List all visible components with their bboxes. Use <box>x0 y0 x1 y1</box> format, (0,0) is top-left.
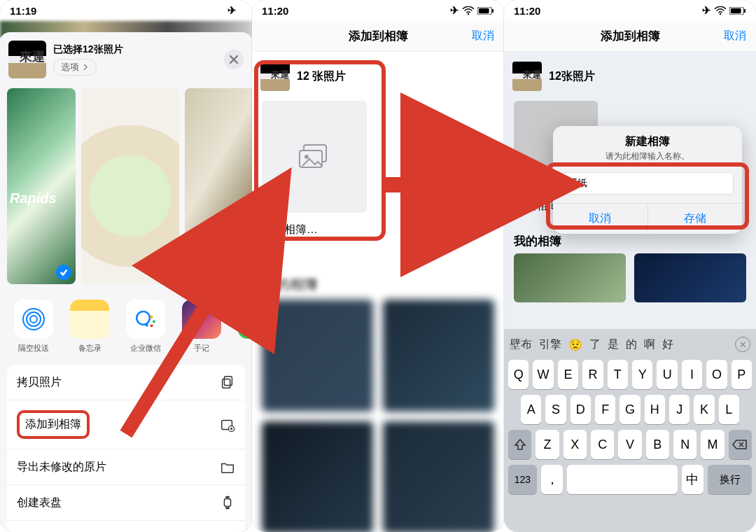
app-wecom[interactable]: 企业微信 <box>125 300 167 354</box>
key-w[interactable]: W <box>533 360 553 389</box>
key-u[interactable]: U <box>657 360 677 389</box>
checkmark-icon <box>242 265 252 280</box>
selection-title: 已选择12张照片 <box>53 43 217 56</box>
suggestion[interactable]: 了 <box>589 337 601 352</box>
key-c[interactable]: C <box>591 430 614 459</box>
new-album-dialog: 新建相簿 请为此相簿输入名称。 壁纸 取消 存储 <box>553 126 742 234</box>
status-bar: 11:20 ✈︎ <box>252 0 504 21</box>
key-m[interactable]: M <box>701 430 724 459</box>
album-tile[interactable] <box>262 300 373 412</box>
new-album-tile[interactable] <box>262 101 367 213</box>
svg-rect-17 <box>225 496 230 498</box>
key-y[interactable]: Y <box>632 360 652 389</box>
key-j[interactable]: J <box>669 395 690 424</box>
svg-point-5 <box>27 312 41 326</box>
status-time: 11:20 <box>514 5 540 17</box>
key-d[interactable]: D <box>570 395 591 424</box>
album-tile[interactable] <box>262 421 373 532</box>
key-r[interactable]: R <box>582 360 603 389</box>
airplane-icon: ✈︎ <box>702 4 711 17</box>
app-notes[interactable]: 备忘录 <box>69 300 111 354</box>
album-tile[interactable] <box>383 300 494 412</box>
keyboard[interactable]: 壁布 引擎 😟 了 是 的 啊 好 ✕ QWERTYUIOP ASDFGHJKL… <box>504 329 756 532</box>
key-f[interactable]: F <box>595 395 615 424</box>
suggestion[interactable]: 好 <box>662 337 673 352</box>
key-i[interactable]: I <box>682 360 702 389</box>
cancel-button[interactable]: 取消 <box>724 29 746 43</box>
numbers-key[interactable]: 123 <box>508 465 537 494</box>
share-apps-row[interactable]: 隔空投送 备忘录 企业微信 手记 <box>0 290 252 359</box>
app-airdrop[interactable]: 隔空投送 <box>13 300 55 354</box>
status-bar: 11:20 ✈︎ <box>504 0 756 21</box>
key-x[interactable]: X <box>564 430 587 459</box>
backspace-key[interactable] <box>729 430 752 459</box>
suggestion[interactable]: 是 <box>608 337 619 352</box>
nav-title: 添加到相簿 <box>601 28 660 44</box>
key-q[interactable]: Q <box>508 360 528 389</box>
key-k[interactable]: K <box>694 395 714 424</box>
status-time: 11:20 <box>262 5 288 17</box>
share-sheet: 已选择12张照片 选项 Rapids <box>0 32 252 532</box>
action-export-original[interactable]: 导出未修改的原片 <box>7 449 245 484</box>
key-v[interactable]: V <box>618 430 641 459</box>
suggestion[interactable]: 的 <box>626 337 637 352</box>
nav-bar: 添加到相簿 取消 <box>504 21 756 52</box>
key-g[interactable]: G <box>620 395 640 424</box>
svg-rect-32 <box>744 8 746 13</box>
return-key[interactable]: 换行 <box>708 465 752 494</box>
svg-rect-16 <box>224 499 230 507</box>
app-more[interactable] <box>237 300 252 354</box>
key-o[interactable]: O <box>706 360 727 389</box>
wifi-icon <box>714 6 727 15</box>
selected-photos-row[interactable]: Rapids <box>0 83 252 290</box>
app-journal[interactable]: 手记 <box>181 300 223 354</box>
selection-count: 12 张照片 <box>297 69 346 84</box>
svg-point-11 <box>146 323 148 326</box>
comma-key[interactable]: ， <box>541 465 563 494</box>
key-p[interactable]: P <box>732 360 752 389</box>
new-album-label[interactable]: 新建相簿… <box>252 213 504 247</box>
selection-count: 12张照片 <box>549 69 595 84</box>
key-t[interactable]: T <box>608 360 628 389</box>
photo-thumb[interactable]: Rapids <box>7 88 76 284</box>
shift-key[interactable] <box>508 430 531 459</box>
dialog-cancel-button[interactable]: 取消 <box>553 204 648 234</box>
phone-screenshot-3: 11:20 ✈︎ 添加到相簿 取消 12张照片 新建相簿 我的相簿 <box>504 0 756 532</box>
key-a[interactable]: A <box>521 395 541 424</box>
airdrop-icon <box>20 305 48 333</box>
album-tile[interactable] <box>514 253 626 302</box>
album-tile[interactable] <box>634 253 746 302</box>
space-key[interactable] <box>567 465 677 494</box>
key-s[interactable]: S <box>545 395 566 424</box>
suggestion-bar[interactable]: 壁布 引擎 😟 了 是 的 啊 好 ✕ <box>504 329 756 360</box>
photo-thumb[interactable] <box>185 88 252 284</box>
action-create-watchface[interactable]: 创建表盘 <box>7 484 245 520</box>
key-e[interactable]: E <box>558 360 578 389</box>
suggestion-close-icon[interactable]: ✕ <box>735 337 750 352</box>
album-name-input[interactable]: 壁纸 <box>561 172 734 195</box>
album-tile[interactable] <box>383 421 494 532</box>
close-button[interactable] <box>224 50 244 69</box>
suggestion[interactable]: 壁布 <box>510 337 532 352</box>
action-print[interactable]: 打印 <box>7 520 245 532</box>
suggestion-emoji[interactable]: 😟 <box>568 338 582 351</box>
photo-thumb[interactable] <box>81 88 179 284</box>
key-n[interactable]: N <box>673 430 696 459</box>
suggestion[interactable]: 啊 <box>644 337 655 352</box>
battery-icon <box>477 7 494 15</box>
dialog-save-button[interactable]: 存储 <box>648 204 743 234</box>
key-z[interactable]: Z <box>536 430 559 459</box>
key-h[interactable]: H <box>645 395 665 424</box>
svg-point-4 <box>30 316 37 323</box>
existing-albums-grid <box>252 300 504 532</box>
lang-key[interactable]: 中 <box>682 465 704 494</box>
action-add-to-album[interactable]: 添加到相簿 <box>7 400 245 449</box>
options-chip[interactable]: 选项 <box>53 59 97 76</box>
key-b[interactable]: B <box>646 430 669 459</box>
chevron-right-icon <box>82 64 89 71</box>
cancel-button[interactable]: 取消 <box>472 29 494 43</box>
suggestion[interactable]: 引擎 <box>539 337 561 352</box>
nav-bar: 添加到相簿 取消 <box>252 21 504 52</box>
key-l[interactable]: L <box>719 395 739 424</box>
action-copy-photos[interactable]: 拷贝照片 <box>7 365 245 400</box>
